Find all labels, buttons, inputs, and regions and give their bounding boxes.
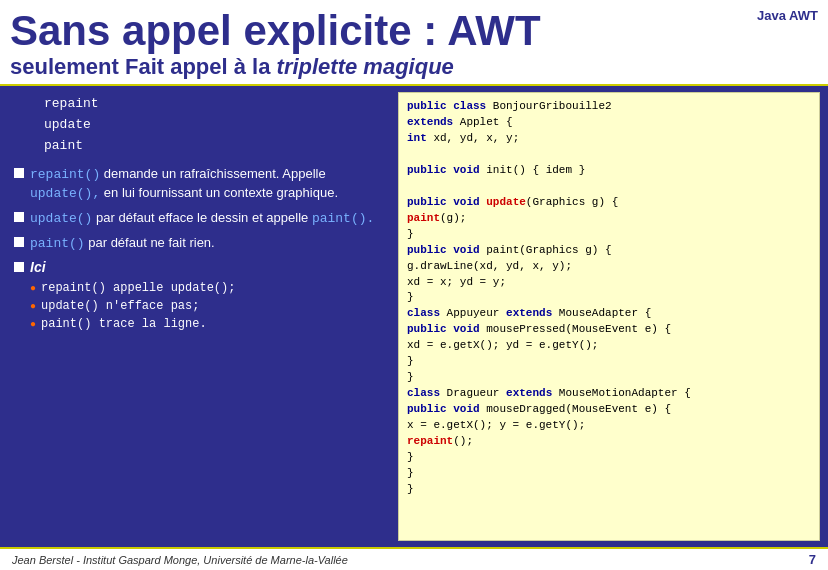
code-line-12: xd = x; yd = y; bbox=[407, 276, 506, 288]
code-line-17: } bbox=[407, 355, 414, 367]
ici-item-1: repaint() appelle update(); bbox=[30, 279, 378, 297]
code-line-22: repaint(); bbox=[407, 435, 473, 447]
subtitle-italic: triplette magique bbox=[277, 54, 454, 79]
code-line-16: xd = e.getX(); yd = e.getY(); bbox=[407, 339, 598, 351]
bullet-text-1b: en lui fournissant un contexte graphique… bbox=[104, 185, 338, 200]
bullet-1: repaint() demande un rafraîchissement. A… bbox=[14, 165, 378, 203]
code-line-14: class Appuyeur extends MouseAdapter { bbox=[407, 307, 651, 319]
subtitle-text: seulement Fait appel à la triplette magi… bbox=[10, 54, 454, 79]
bullet-3: paint() par défaut ne fait rien. bbox=[14, 234, 378, 253]
code-line-19: class Dragueur extends MouseMotionAdapte… bbox=[407, 387, 691, 399]
code-line-13: } bbox=[407, 291, 414, 303]
code-update2: update() bbox=[30, 211, 92, 226]
triplet-item-paint: paint bbox=[44, 136, 378, 157]
code-paint2: paint(). bbox=[312, 211, 374, 226]
code-update: update(), bbox=[30, 186, 100, 201]
footer-credit: Jean Berstel - Institut Gaspard Monge, U… bbox=[12, 554, 348, 566]
subtitle-prefix: seulement bbox=[10, 54, 119, 79]
code-repaint: repaint() bbox=[30, 167, 100, 182]
bullet-text-3: paint() par défaut ne fait rien. bbox=[30, 234, 215, 253]
ici-label: Ici bbox=[30, 259, 46, 275]
code-line-10: public void paint(Graphics g) { bbox=[407, 244, 612, 256]
code-line-18: } bbox=[407, 371, 414, 383]
top-bar: Java AWT Sans appel explicite : AWT seul… bbox=[0, 0, 828, 84]
code-line-9: } bbox=[407, 228, 414, 240]
code-line-2: extends Applet { bbox=[407, 116, 513, 128]
slide: Java AWT Sans appel explicite : AWT seul… bbox=[0, 0, 828, 570]
code-line-20: public void mouseDragged(MouseEvent e) { bbox=[407, 403, 671, 415]
ici-dot-list: repaint() appelle update(); update() n'e… bbox=[30, 279, 378, 333]
ici-bullet-square bbox=[14, 262, 24, 272]
code-line-21: x = e.getX(); y = e.getY(); bbox=[407, 419, 585, 431]
ici-header: Ici bbox=[14, 259, 378, 275]
code-paint3: paint() bbox=[30, 236, 85, 251]
bullet-text-3a: par défaut ne fait rien. bbox=[88, 235, 214, 250]
ici-section: Ici repaint() appelle update(); update()… bbox=[14, 259, 378, 333]
ici-item-2: update() n'efface pas; bbox=[30, 297, 378, 315]
bullet-text-1a: demande un rafraîchissement. Appelle bbox=[104, 166, 326, 181]
bullet-2: update() par défaut efface le dessin et … bbox=[14, 209, 378, 228]
footer-page-number: 7 bbox=[809, 552, 816, 567]
subtitle-main: Fait appel à la triplette magique bbox=[125, 54, 454, 79]
triplet-item-update: update bbox=[44, 115, 378, 136]
bullet-square-2 bbox=[14, 212, 24, 222]
code-line-24: } bbox=[407, 467, 414, 479]
code-line-3: int xd, yd, x, y; bbox=[407, 132, 519, 144]
bullet-square-1 bbox=[14, 168, 24, 178]
footer: Jean Berstel - Institut Gaspard Monge, U… bbox=[0, 549, 828, 570]
triplet-item-repaint: repaint bbox=[44, 94, 378, 115]
bullet-text-1: repaint() demande un rafraîchissement. A… bbox=[30, 165, 378, 203]
code-line-5: public void init() { idem } bbox=[407, 164, 585, 176]
bullet-text-2: update() par défaut efface le dessin et … bbox=[30, 209, 374, 228]
code-line-8: paint(g); bbox=[407, 212, 466, 224]
code-line-15: public void mousePressed(MouseEvent e) { bbox=[407, 323, 671, 335]
code-line-11: g.drawLine(xd, yd, x, y); bbox=[407, 260, 572, 272]
left-column: repaint update paint repaint() demande u… bbox=[0, 86, 390, 547]
bullet-text-2a: par défaut efface le dessin et appelle bbox=[96, 210, 312, 225]
bullet-square-3 bbox=[14, 237, 24, 247]
code-line-7: public void update(Graphics g) { bbox=[407, 196, 618, 208]
ici-item-3: paint() trace la ligne. bbox=[30, 315, 378, 333]
code-line-25: } bbox=[407, 483, 414, 495]
code-line-1: public class BonjourGribouille2 bbox=[407, 100, 612, 112]
java-awt-label: Java AWT bbox=[757, 8, 818, 23]
title-line1: Sans appel explicite : AWT bbox=[10, 7, 541, 54]
slide-title: Sans appel explicite : AWT bbox=[10, 8, 668, 54]
code-line-23: } bbox=[407, 451, 414, 463]
triplet-list: repaint update paint bbox=[44, 94, 378, 156]
right-column: public class BonjourGribouille2 extends … bbox=[390, 86, 828, 547]
code-box: public class BonjourGribouille2 extends … bbox=[398, 92, 820, 541]
subtitle-bar: seulement Fait appel à la triplette magi… bbox=[10, 54, 668, 80]
content-area: repaint update paint repaint() demande u… bbox=[0, 86, 828, 547]
